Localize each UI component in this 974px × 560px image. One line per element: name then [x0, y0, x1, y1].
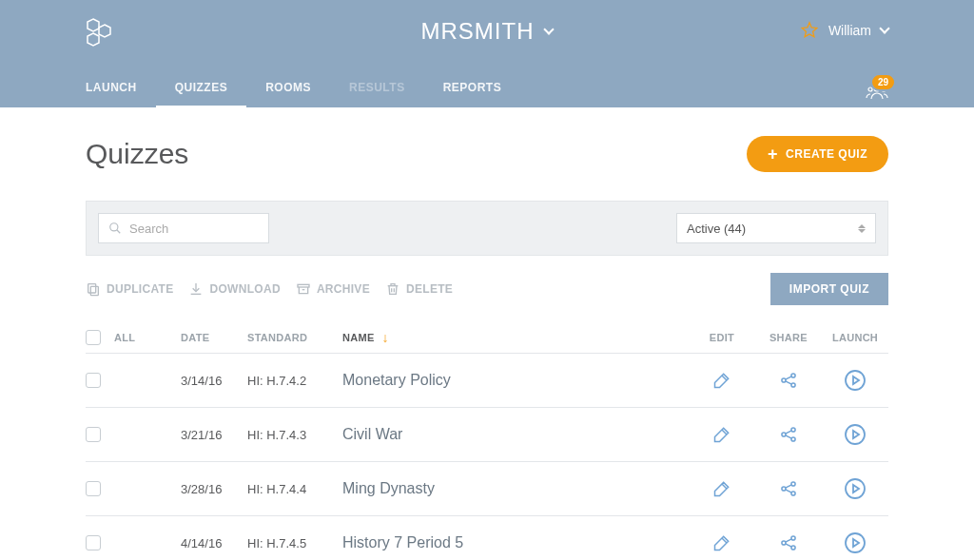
- user-menu[interactable]: William: [800, 21, 888, 40]
- svg-marker-2: [88, 33, 99, 46]
- svg-point-14: [846, 371, 865, 390]
- col-standard[interactable]: STANDARD: [247, 332, 342, 343]
- launch-button[interactable]: [822, 369, 888, 392]
- edit-button[interactable]: [689, 425, 755, 444]
- logo-icon: [86, 17, 114, 48]
- table-row: 3/21/16 HI: H.7.4.3 Civil War: [86, 408, 888, 462]
- archive-button[interactable]: ARCHIVE: [296, 281, 370, 297]
- user-name: William: [828, 23, 871, 38]
- notif-count: 29: [870, 73, 896, 91]
- svg-line-7: [117, 230, 121, 234]
- date-cell: 4/14/16: [181, 536, 247, 550]
- svg-point-6: [110, 223, 118, 231]
- download-icon: [188, 281, 204, 297]
- share-button[interactable]: [755, 533, 822, 552]
- row-checkbox[interactable]: [86, 427, 101, 442]
- col-name[interactable]: NAME ↓: [342, 330, 689, 345]
- date-cell: 3/21/16: [181, 428, 247, 442]
- nav-launch[interactable]: LAUNCH: [86, 68, 137, 107]
- date-cell: 3/14/16: [181, 374, 247, 388]
- create-quiz-label: CREATE QUIZ: [786, 147, 867, 161]
- row-checkbox[interactable]: [86, 373, 101, 388]
- svg-marker-1: [99, 25, 110, 37]
- svg-point-26: [846, 533, 865, 552]
- name-cell[interactable]: Civil War: [342, 426, 689, 443]
- edit-button[interactable]: [689, 533, 755, 552]
- table-row: 4/14/16 HI: H.7.4.5 History 7 Period 5: [86, 516, 888, 560]
- row-checkbox[interactable]: [86, 481, 101, 496]
- col-date[interactable]: DATE: [181, 332, 247, 343]
- app-header: MRSMITH William LAUNCH QUIZZES ROOMS RES…: [0, 0, 974, 107]
- svg-rect-10: [298, 284, 309, 287]
- search-input[interactable]: [129, 222, 259, 236]
- nav-results[interactable]: RESULTS: [349, 68, 405, 107]
- standard-cell: HI: H.7.4.5: [247, 536, 342, 550]
- edit-button[interactable]: [689, 371, 755, 390]
- share-button[interactable]: [755, 371, 822, 390]
- duplicate-icon: [86, 281, 101, 297]
- sort-arrow-icon: ↓: [382, 330, 389, 345]
- brand-name: MRSMITH: [421, 18, 535, 45]
- name-cell[interactable]: Monetary Policy: [342, 372, 689, 389]
- edit-button[interactable]: [689, 479, 755, 498]
- launch-button[interactable]: [822, 477, 888, 500]
- plus-icon: +: [768, 148, 778, 160]
- svg-point-22: [846, 479, 865, 498]
- download-button[interactable]: DOWNLOAD: [188, 281, 280, 297]
- chevron-down-icon: [544, 24, 555, 34]
- nav-quizzes[interactable]: QUIZZES: [175, 68, 228, 107]
- col-edit: EDIT: [689, 332, 755, 343]
- notifications[interactable]: 29: [866, 83, 888, 100]
- duplicate-button[interactable]: DUPLICATE: [86, 281, 173, 297]
- search-box: [98, 213, 269, 243]
- launch-button[interactable]: [822, 423, 888, 446]
- name-cell[interactable]: Ming Dynasty: [342, 480, 689, 497]
- brand-dropdown[interactable]: MRSMITH: [421, 18, 554, 45]
- svg-marker-0: [88, 19, 99, 31]
- standard-cell: HI: H.7.4.2: [247, 374, 342, 388]
- svg-rect-9: [90, 286, 98, 295]
- col-launch: LAUNCH: [822, 332, 888, 343]
- page-title: Quizzes: [86, 138, 188, 170]
- nav-reports[interactable]: REPORTS: [443, 68, 502, 107]
- search-icon: [108, 222, 122, 235]
- chevron-down-icon: [879, 23, 889, 33]
- archive-icon: [296, 281, 311, 297]
- table-header: ALL DATE STANDARD NAME ↓ EDIT SHARE LAUN…: [86, 322, 888, 354]
- status-filter[interactable]: Active (44): [676, 213, 876, 243]
- name-cell[interactable]: History 7 Period 5: [342, 534, 689, 551]
- nav-rooms[interactable]: ROOMS: [265, 68, 311, 107]
- star-icon: [800, 21, 819, 40]
- filter-bar: Active (44): [86, 201, 888, 256]
- svg-point-18: [846, 425, 865, 444]
- create-quiz-button[interactable]: + CREATE QUIZ: [747, 136, 888, 172]
- select-all-checkbox[interactable]: [86, 330, 101, 345]
- svg-rect-8: [88, 284, 96, 293]
- table-row: 3/14/16 HI: H.7.4.2 Monetary Policy: [86, 354, 888, 408]
- delete-button[interactable]: DELETE: [385, 281, 453, 297]
- share-button[interactable]: [755, 425, 822, 444]
- status-filter-label: Active (44): [687, 222, 746, 236]
- trash-icon: [385, 281, 400, 297]
- table-row: 3/28/16 HI: H.7.4.4 Ming Dynasty: [86, 462, 888, 516]
- quiz-table: ALL DATE STANDARD NAME ↓ EDIT SHARE LAUN…: [86, 322, 888, 560]
- nav-tabs: LAUNCH QUIZZES ROOMS RESULTS REPORTS 29: [0, 62, 974, 107]
- select-arrows-icon: [858, 224, 866, 233]
- launch-button[interactable]: [822, 531, 888, 554]
- standard-cell: HI: H.7.4.4: [247, 482, 342, 496]
- share-button[interactable]: [755, 479, 822, 498]
- import-quiz-button[interactable]: IMPORT QUIZ: [770, 273, 888, 305]
- row-checkbox[interactable]: [86, 535, 101, 550]
- col-share: SHARE: [755, 332, 822, 343]
- date-cell: 3/28/16: [181, 482, 247, 496]
- standard-cell: HI: H.7.4.3: [247, 428, 342, 442]
- col-all[interactable]: ALL: [114, 332, 181, 343]
